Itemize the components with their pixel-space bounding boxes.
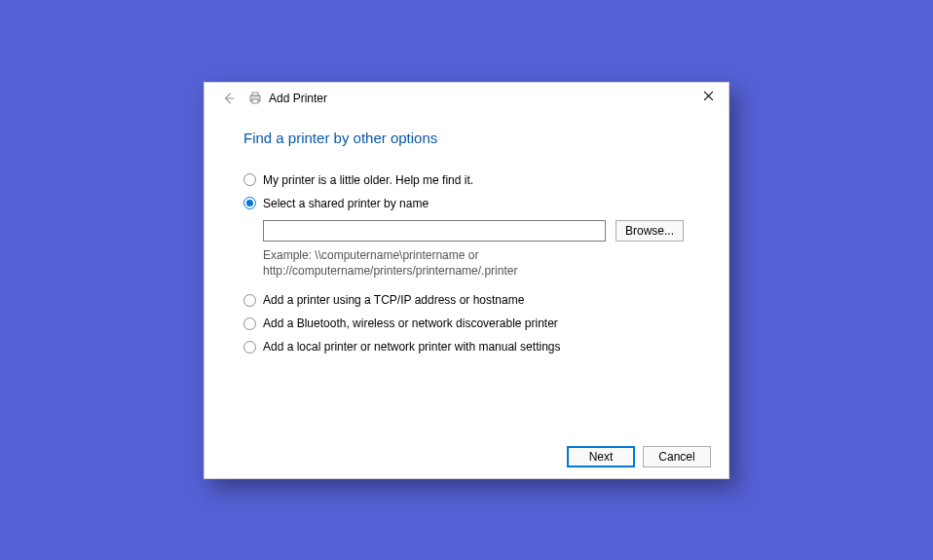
option-shared-by-name[interactable]: Select a shared printer by name (243, 197, 690, 210)
option-label: Add a printer using a TCP/IP address or … (263, 293, 524, 307)
back-arrow-icon[interactable] (218, 88, 240, 109)
cancel-button[interactable]: Cancel (643, 446, 711, 467)
shared-path-row: Browse... (263, 220, 690, 242)
option-label: Add a Bluetooth, wireless or network dis… (263, 317, 558, 330)
dialog-content: Find a printer by other options My print… (205, 114, 728, 435)
shared-printer-subblock: Browse... Example: \\computername\printe… (263, 220, 690, 280)
option-label: Add a local printer or network printer w… (263, 340, 560, 354)
radio-icon (243, 317, 256, 330)
option-label: Select a shared printer by name (263, 197, 429, 210)
option-local-manual[interactable]: Add a local printer or network printer w… (243, 340, 690, 354)
shared-path-input[interactable] (263, 220, 606, 242)
close-button[interactable] (691, 85, 725, 108)
radio-icon (243, 341, 256, 354)
option-bluetooth-wireless[interactable]: Add a Bluetooth, wireless or network dis… (243, 317, 690, 330)
printer-icon (247, 91, 263, 106)
radio-icon (243, 197, 256, 209)
radio-icon (243, 294, 256, 307)
radio-icon (243, 173, 256, 186)
option-label: My printer is a little older. Help me fi… (263, 173, 473, 187)
svg-rect-2 (252, 99, 258, 103)
example-text: Example: \\computername\printername or h… (263, 247, 555, 280)
next-button[interactable]: Next (567, 446, 635, 467)
browse-button[interactable]: Browse... (616, 220, 684, 242)
titlebar: Add Printer (205, 83, 728, 114)
option-tcpip[interactable]: Add a printer using a TCP/IP address or … (243, 293, 690, 307)
svg-rect-1 (252, 93, 258, 95)
option-older-printer[interactable]: My printer is a little older. Help me fi… (243, 173, 690, 187)
add-printer-dialog: Add Printer Find a printer by other opti… (204, 82, 729, 479)
dialog-footer: Next Cancel (205, 435, 728, 478)
dialog-title: Add Printer (269, 92, 327, 105)
page-heading: Find a printer by other options (243, 130, 690, 146)
